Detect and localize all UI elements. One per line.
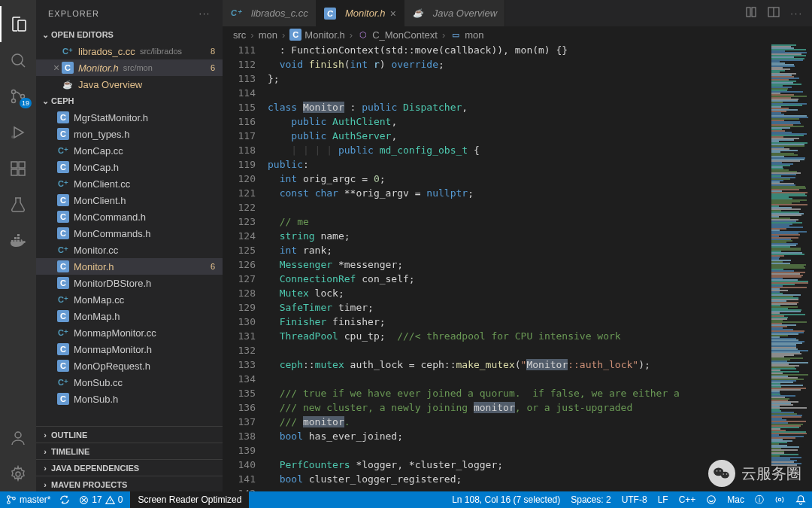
struct-icon: ⬡ [357, 29, 369, 41]
c-icon: C [57, 227, 69, 239]
file-tree-item[interactable]: CMonCommands.h [36, 225, 223, 242]
status-broadcast-icon[interactable] [774, 494, 785, 505]
close-icon[interactable]: × [51, 62, 62, 74]
file-tree-item[interactable]: CMgrStatMonitor.h [36, 109, 223, 126]
java-icon: ☕ [62, 78, 74, 90]
c-icon: C [57, 128, 69, 140]
breadcrumb-item[interactable]: mon [259, 29, 277, 41]
status-bell-icon[interactable] [795, 494, 806, 505]
code-editor[interactable]: 1111121131141151161171181191201211221231… [223, 43, 812, 492]
file-tree-item[interactable]: CMonitorDBStore.h [36, 275, 223, 291]
activity-explorer[interactable] [0, 6, 36, 42]
open-editor-item[interactable]: C⁺librados_c.ccsrc/librados8 [36, 43, 223, 59]
code-content[interactable]: : FunctionContext(std::move(callback)), … [268, 43, 767, 492]
c-icon: C [57, 310, 69, 322]
open-editor-item[interactable]: ×CMonitor.hsrc/mon6 [36, 59, 223, 76]
status-screen-reader[interactable]: Screen Reader Optimized [130, 491, 249, 508]
split-icon[interactable] [768, 6, 780, 20]
file-tree-item[interactable]: CMonSub.h [36, 391, 223, 407]
close-icon[interactable]: × [390, 8, 396, 20]
file-tree-item[interactable]: Cmon_types.h [36, 126, 223, 142]
status-info-icon[interactable]: ⓘ [755, 494, 764, 506]
open-editor-item[interactable]: ☕Java Overview [36, 76, 223, 93]
editor-tab[interactable]: CMonitor.h× [317, 0, 404, 26]
svg-point-37 [726, 473, 728, 475]
open-editors-header[interactable]: ⌄ OPEN EDITORS [36, 26, 223, 43]
status-problems[interactable]: 17 0 [79, 494, 123, 505]
chevron-right-icon: › [39, 447, 51, 456]
cpp-icon: C⁺ [62, 45, 74, 57]
status-encoding[interactable]: UTF-8 [622, 494, 647, 505]
breadcrumbs[interactable]: src › mon › C Monitor.h › ⬡ C_MonContext… [223, 26, 812, 43]
svg-point-2 [12, 90, 16, 94]
file-tree-item[interactable]: CMonClient.h [36, 192, 223, 208]
status-branch[interactable]: master* [6, 494, 50, 505]
file-tree-item[interactable]: C⁺Monitor.cc [36, 242, 223, 258]
section-header-collapsed[interactable]: ›JAVA DEPENDENCIES [36, 459, 223, 476]
cpp-icon: C⁺ [57, 376, 69, 388]
activity-scm[interactable]: 19 [0, 78, 36, 114]
activity-settings[interactable] [0, 456, 36, 492]
cpp-icon: C⁺ [230, 8, 242, 20]
cpp-icon: C⁺ [57, 244, 69, 256]
section-header-collapsed[interactable]: ›TIMELINE [36, 443, 223, 459]
activity-search[interactable] [0, 42, 36, 78]
file-tree-item[interactable]: CMonCap.h [36, 159, 223, 175]
svg-point-31 [778, 498, 781, 501]
file-tree-item[interactable]: CMonitor.h6 [36, 258, 223, 275]
file-tree-item[interactable]: C⁺MonCap.cc [36, 142, 223, 159]
sidebar-title: EXPLORER ··· [36, 0, 223, 26]
activity-debug[interactable] [0, 114, 36, 151]
c-icon: C [62, 62, 74, 74]
svg-line-1 [21, 63, 25, 67]
file-tree-item[interactable]: CMonOpRequest.h [36, 357, 223, 374]
watermark: 云服务圈 [708, 460, 801, 487]
status-spaces[interactable]: Spaces: 2 [571, 494, 611, 505]
editor-tab[interactable]: ☕Java Overview [404, 0, 505, 26]
activity-test[interactable] [0, 187, 36, 223]
svg-rect-20 [747, 8, 750, 17]
status-sync[interactable] [59, 494, 70, 505]
breadcrumb-item[interactable]: src [233, 29, 246, 41]
c-icon: C [57, 260, 69, 272]
minimap[interactable] [767, 43, 812, 492]
activity-account[interactable] [0, 420, 36, 456]
activity-docker[interactable] [0, 223, 36, 259]
status-cursor[interactable]: Ln 108, Col 16 (7 selected) [452, 494, 560, 505]
compare-icon[interactable] [745, 6, 757, 20]
svg-point-6 [11, 135, 14, 138]
breadcrumb-item[interactable]: Monitor.h [304, 29, 344, 41]
file-tree-item[interactable]: CMonCommand.h [36, 208, 223, 225]
cpp-icon: C⁺ [57, 144, 69, 157]
cpp-icon: C⁺ [57, 327, 69, 339]
file-tree-item[interactable]: C⁺MonmapMonitor.cc [36, 324, 223, 341]
section-header-collapsed[interactable]: ›OUTLINE [36, 426, 223, 443]
breadcrumb-item[interactable]: C_MonContext [372, 29, 438, 41]
status-lang[interactable]: C++ [679, 494, 696, 505]
chevron-right-icon: › [39, 464, 51, 473]
breadcrumb-item[interactable]: mon [465, 29, 483, 41]
file-tree-item[interactable]: C⁺MonSub.cc [36, 374, 223, 391]
c-icon: C [57, 111, 69, 123]
activity-extensions[interactable] [0, 151, 36, 187]
field-icon: ▭ [450, 29, 462, 41]
cpp-icon: C⁺ [57, 294, 69, 306]
section-header-collapsed[interactable]: ›MAVEN PROJECTS [36, 476, 223, 492]
folder-header[interactable]: ⌄ CEPH [36, 93, 223, 109]
svg-rect-9 [19, 169, 25, 175]
svg-point-36 [723, 473, 724, 475]
status-bar: master* 17 0 Screen Reader Optimized Ln … [0, 491, 812, 508]
more-icon[interactable]: ··· [790, 8, 803, 19]
file-tree-item[interactable]: CMonmapMonitor.h [36, 341, 223, 357]
tab-bar: C⁺librados_c.ccCMonitor.h×☕Java Overview… [223, 0, 812, 26]
editor-tab[interactable]: C⁺librados_c.cc [223, 0, 317, 26]
file-tree-item[interactable]: C⁺MonMap.cc [36, 291, 223, 308]
file-tree-item[interactable]: C⁺MonClient.cc [36, 175, 223, 192]
status-eol[interactable]: LF [658, 494, 668, 505]
status-feedback-icon[interactable] [706, 494, 717, 505]
more-icon[interactable]: ··· [199, 9, 211, 18]
file-tree-item[interactable]: CMonMap.h [36, 308, 223, 324]
c-icon: C [57, 360, 69, 372]
c-icon: C [57, 194, 69, 206]
status-os[interactable]: Mac [727, 494, 744, 505]
